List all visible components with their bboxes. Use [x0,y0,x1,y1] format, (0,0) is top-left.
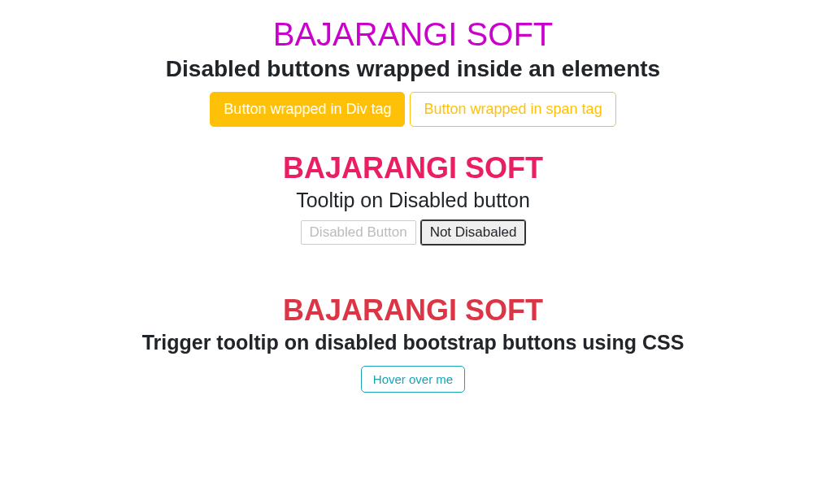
brand-title-1: BAJARANGI SOFT [0,16,826,53]
button-row-2: Disabled Button Not Disabaled [0,220,826,245]
subtitle-3: Trigger tooltip on disabled bootstrap bu… [0,331,826,354]
button-wrapped-div[interactable]: Button wrapped in Div tag [210,92,405,127]
button-row-3: Hover over me [0,366,826,393]
subtitle-1: Disabled buttons wrapped inside an eleme… [0,56,826,82]
brand-title-3: BAJARANGI SOFT [0,293,826,328]
section-css-tooltip: BAJARANGI SOFT Trigger tooltip on disabl… [0,293,826,393]
section-tooltip-disabled: BAJARANGI SOFT Tooltip on Disabled butto… [0,151,826,245]
subtitle-2: Tooltip on Disabled button [0,189,826,212]
disabled-button: Disabled Button [301,220,416,245]
hover-over-me-button[interactable]: Hover over me [361,366,465,393]
page-container: BAJARANGI SOFT Disabled buttons wrapped … [0,16,826,393]
section-wrapped-buttons: BAJARANGI SOFT Disabled buttons wrapped … [0,16,826,127]
button-wrapped-span[interactable]: Button wrapped in span tag [410,92,615,127]
not-disabled-button[interactable]: Not Disabaled [421,220,526,245]
button-row-1: Button wrapped in Div tag Button wrapped… [0,92,826,127]
brand-title-2: BAJARANGI SOFT [0,151,826,185]
